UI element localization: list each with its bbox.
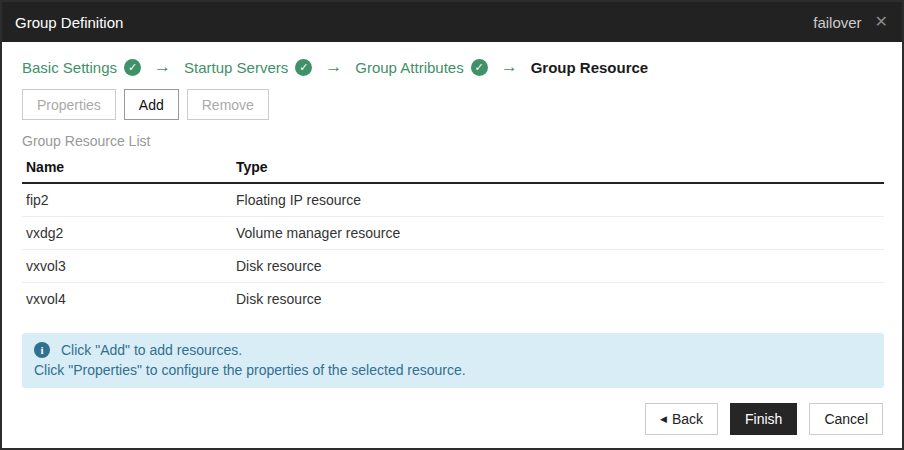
resource-name-cell: fip2 (22, 183, 232, 217)
info-alert: i Click "Add" to add resources. Click "P… (22, 333, 884, 388)
table-row[interactable]: fip2 Floating IP resource (22, 183, 884, 217)
dialog-footer: ◀ Back Finish Cancel (645, 403, 883, 435)
group-resource-table: Name Type fip2 Floating IP resource vxdg… (22, 154, 884, 315)
properties-button[interactable]: Properties (22, 89, 116, 120)
check-circle-icon: ✓ (471, 59, 488, 76)
finish-button[interactable]: Finish (730, 403, 797, 435)
back-arrow-icon: ◀ (660, 415, 667, 424)
step-label: Group Resource (531, 59, 649, 76)
arrow-right-icon: → (501, 57, 518, 77)
table-row[interactable]: vxvol4 Disk resource (22, 283, 884, 316)
check-circle-icon: ✓ (124, 59, 141, 76)
titlebar-right: failover ✕ (813, 14, 888, 31)
info-icon: i (34, 342, 50, 358)
resource-type-cell: Volume manager resource (232, 217, 884, 250)
back-button-label: Back (672, 411, 703, 427)
resource-type-cell: Disk resource (232, 283, 884, 316)
cancel-button[interactable]: Cancel (809, 403, 883, 435)
step-label: Startup Servers (184, 59, 288, 76)
step-group-resource-current: Group Resource (531, 59, 656, 76)
resource-type-cell: Disk resource (232, 250, 884, 283)
step-group-attributes[interactable]: Group Attributes ✓ (355, 59, 487, 76)
close-icon[interactable]: ✕ (875, 14, 888, 30)
group-definition-dialog: Group Definition failover ✕ Basic Settin… (0, 0, 904, 450)
add-button[interactable]: Add (124, 89, 179, 120)
table-header-row: Name Type (22, 154, 884, 183)
resource-toolbar: Properties Add Remove (22, 89, 884, 120)
group-resource-list-caption: Group Resource List (22, 133, 884, 149)
back-button[interactable]: ◀ Back (645, 403, 718, 435)
arrow-right-icon: → (325, 57, 342, 77)
column-header-type: Type (232, 154, 884, 183)
step-label: Group Attributes (355, 59, 463, 76)
wizard-steps: Basic Settings ✓ → Startup Servers ✓ → G… (22, 57, 884, 77)
resource-name-cell: vxvol3 (22, 250, 232, 283)
failover-context-label: failover (813, 14, 861, 31)
info-line-1: i Click "Add" to add resources. (34, 340, 872, 360)
column-header-name: Name (22, 154, 232, 183)
table-row[interactable]: vxdg2 Volume manager resource (22, 217, 884, 250)
step-label: Basic Settings (22, 59, 117, 76)
resource-type-cell: Floating IP resource (232, 183, 884, 217)
info-text-line1: Click "Add" to add resources. (61, 340, 242, 360)
step-basic-settings[interactable]: Basic Settings ✓ (22, 59, 141, 76)
dialog-titlebar: Group Definition failover ✕ (2, 2, 902, 42)
resource-name-cell: vxvol4 (22, 283, 232, 316)
remove-button[interactable]: Remove (187, 89, 269, 120)
info-text-line2: Click "Properties" to configure the prop… (34, 360, 872, 380)
resource-name-cell: vxdg2 (22, 217, 232, 250)
check-circle-icon: ✓ (295, 59, 312, 76)
dialog-content: Basic Settings ✓ → Startup Servers ✓ → G… (2, 42, 902, 388)
table-row[interactable]: vxvol3 Disk resource (22, 250, 884, 283)
dialog-title: Group Definition (15, 14, 123, 31)
arrow-right-icon: → (154, 57, 171, 77)
step-startup-servers[interactable]: Startup Servers ✓ (184, 59, 312, 76)
